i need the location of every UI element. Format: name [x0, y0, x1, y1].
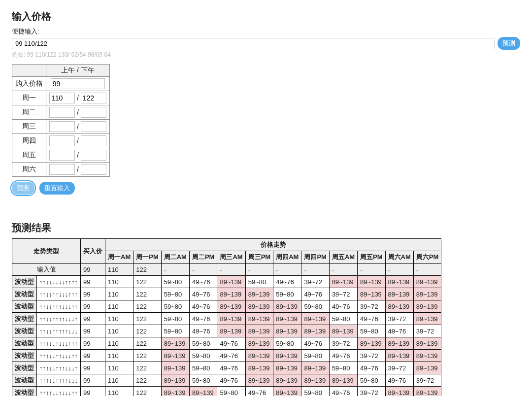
row-cell: 89~139 [217, 288, 245, 300]
input-row-cell: - [385, 264, 413, 276]
th-day-col: 周六PM [413, 251, 441, 264]
row-cell: 49~76 [217, 362, 245, 374]
row-cell: 89~139 [358, 276, 386, 288]
row-cell: 122 [133, 300, 162, 313]
row-cell: 49~76 [189, 325, 217, 337]
row-cell: 89~139 [385, 288, 413, 300]
row-cell: 89~139 [273, 313, 301, 325]
ampm-header: 上午 / 下午 [46, 65, 110, 77]
row-cell: 59~80 [161, 325, 189, 337]
row-cell: 49~76 [245, 387, 273, 396]
input-section-title: 输入价格 [12, 10, 520, 23]
blank-header [12, 65, 46, 77]
row-cell: 89~139 [245, 288, 273, 300]
row-cell: 39~72 [358, 350, 386, 362]
row-cell: 89~139 [189, 387, 217, 396]
th-day-col: 周四AM [273, 251, 301, 264]
row-buy: 99 [81, 313, 105, 325]
row-cell: 122 [133, 288, 162, 300]
row-cell: 39~72 [329, 337, 357, 350]
day-am-input[interactable] [49, 135, 75, 146]
row-cell: 49~76 [358, 313, 386, 325]
row-cell: 59~80 [329, 313, 357, 325]
row-arrows: ↑↑↓↓↓↓↓↓↑↑↑↑ [37, 276, 81, 288]
reset-button[interactable]: 重置输入 [39, 182, 75, 195]
day-am-input[interactable] [49, 164, 75, 175]
row-cell: 49~76 [273, 276, 301, 288]
th-buy-price: 买入价 [81, 239, 105, 264]
row-cell: 59~80 [161, 313, 189, 325]
row-arrows: ↑↑↓↓↑↑↑↓↓↓↑↑ [37, 300, 81, 313]
row-cell: 89~139 [217, 325, 245, 337]
row-cell: 89~139 [358, 288, 386, 300]
row-cell: 110 [105, 374, 133, 387]
row-cell: 89~139 [273, 300, 301, 313]
row-cell: 89~139 [245, 374, 273, 387]
row-cell: 59~80 [161, 300, 189, 313]
row-arrows: ↑↑↑↓↓↑↓↓↓↑↑↑ [37, 337, 81, 350]
row-cell: 89~139 [161, 374, 189, 387]
row-buy: 99 [81, 276, 105, 288]
day-pm-input[interactable] [81, 135, 106, 146]
row-cell: 122 [133, 325, 162, 337]
row-cell: 49~76 [217, 337, 245, 350]
th-day-col: 周二PM [189, 251, 217, 264]
row-cell: 110 [105, 337, 133, 350]
row-cell: 110 [105, 387, 133, 396]
predict-button-top[interactable]: 预测 [498, 37, 520, 50]
row-cell: 122 [133, 276, 162, 288]
day-pm-input[interactable] [81, 164, 106, 175]
row-cell: 89~139 [161, 337, 189, 350]
row-cell: 110 [105, 300, 133, 313]
row-cell: 89~139 [358, 337, 386, 350]
day-am-input[interactable] [49, 93, 75, 103]
row-cell: 122 [133, 350, 162, 362]
th-day-col: 周五AM [329, 251, 357, 264]
row-cell: 59~80 [329, 362, 357, 374]
row-arrows: ↑↑↓↓↑↑↓↓↓↑↑↑ [37, 288, 81, 300]
row-buy: 99 [81, 325, 105, 337]
th-trend-type: 走势类型 [12, 239, 81, 264]
day-label: 周六 [12, 163, 46, 177]
row-cell: 122 [133, 337, 162, 350]
input-row-cell: - [329, 264, 357, 276]
row-cell: 89~139 [301, 374, 330, 387]
row-cell: 39~72 [385, 362, 413, 374]
row-cell: 39~72 [385, 313, 413, 325]
row-cell: 49~76 [301, 337, 330, 350]
day-pm-input[interactable] [81, 121, 106, 132]
row-cell: 89~139 [385, 350, 413, 362]
row-cell: 89~139 [413, 276, 441, 288]
day-pm-input[interactable] [81, 107, 106, 118]
row-cell: 110 [105, 276, 133, 288]
row-cell: 49~76 [189, 300, 217, 313]
row-cell: 39~72 [301, 276, 330, 288]
quick-input[interactable] [12, 38, 495, 49]
row-cell: 89~139 [385, 387, 413, 396]
row-cell: 89~139 [413, 313, 441, 325]
day-pm-input[interactable] [81, 93, 106, 103]
day-label: 周一 [12, 91, 46, 105]
predict-button[interactable]: 预测 [12, 182, 34, 195]
row-type: 波动型 [12, 387, 37, 396]
row-cell: 89~139 [161, 362, 189, 374]
input-row-cell: - [358, 264, 386, 276]
row-cell: 49~76 [189, 276, 217, 288]
row-cell: 89~139 [413, 387, 441, 396]
day-am-input[interactable] [49, 107, 75, 118]
row-type: 波动型 [12, 313, 37, 325]
row-cell: 49~76 [189, 288, 217, 300]
row-cell: 122 [133, 313, 162, 325]
day-am-input[interactable] [49, 150, 75, 161]
row-buy: 99 [81, 300, 105, 313]
row-cell: 59~80 [358, 374, 386, 387]
price-input-table: 上午 / 下午 购入价格 周一 / 周二 / 周三 / 周四 / 周五 / 周六… [12, 64, 110, 177]
row-type: 波动型 [12, 288, 37, 300]
day-pm-input[interactable] [81, 150, 106, 161]
day-am-input[interactable] [49, 121, 75, 132]
row-cell: 59~80 [189, 362, 217, 374]
row-cell: 89~139 [161, 387, 189, 396]
row-cell: 89~139 [217, 313, 245, 325]
row-buy: 99 [81, 362, 105, 374]
buy-price-input[interactable] [51, 78, 105, 89]
